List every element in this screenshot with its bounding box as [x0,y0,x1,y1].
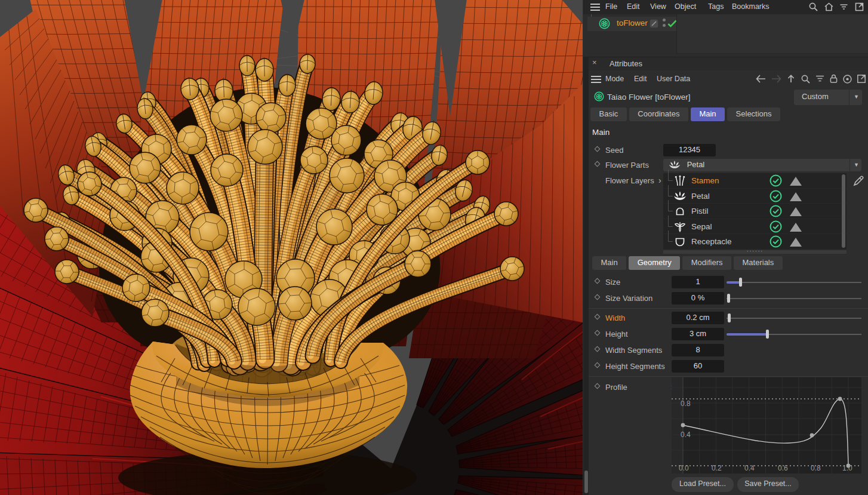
svg-text:0.8: 0.8 [811,464,821,472]
svg-text:0.6: 0.6 [778,464,788,472]
svg-text:0.0: 0.0 [679,464,689,472]
svg-text:0.4: 0.4 [744,464,755,472]
svg-text:1.0: 1.0 [842,464,852,472]
svg-text:0.2: 0.2 [712,464,722,472]
svg-text:0.4: 0.4 [681,431,691,439]
svg-text:0.8: 0.8 [681,399,691,408]
